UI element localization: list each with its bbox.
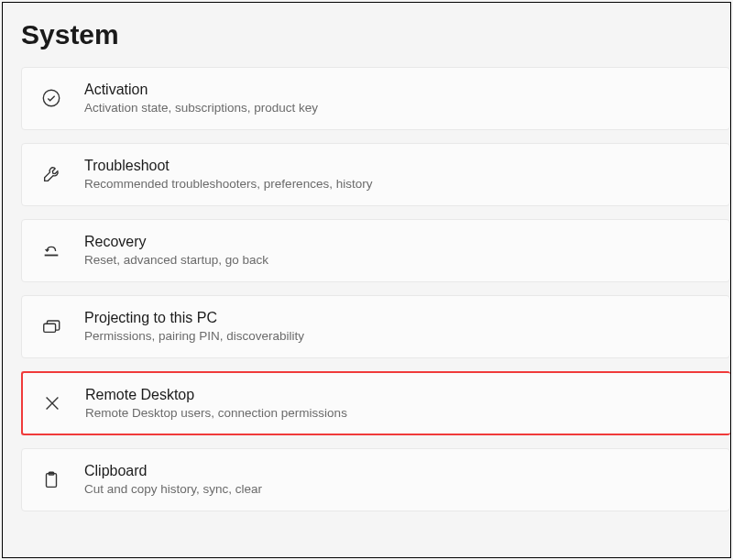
item-title: Recovery	[84, 233, 268, 251]
svg-rect-2	[47, 473, 57, 487]
recovery-icon	[38, 240, 64, 260]
item-title: Clipboard	[84, 462, 262, 480]
remote-desktop-icon	[39, 393, 65, 413]
settings-list: Activation Activation state, subscriptio…	[3, 67, 730, 511]
settings-item-projecting[interactable]: Projecting to this PC Permissions, pairi…	[21, 295, 730, 358]
item-subtitle: Activation state, subscriptions, product…	[84, 101, 318, 116]
item-title: Activation	[84, 81, 318, 99]
item-title: Projecting to this PC	[84, 309, 304, 327]
settings-item-troubleshoot[interactable]: Troubleshoot Recommended troubleshooters…	[21, 143, 730, 206]
wrench-icon	[38, 164, 64, 184]
item-title: Remote Desktop	[85, 386, 347, 404]
settings-item-activation[interactable]: Activation Activation state, subscriptio…	[21, 67, 730, 130]
item-subtitle: Permissions, pairing PIN, discoverabilit…	[84, 329, 304, 345]
check-circle-icon	[38, 88, 64, 108]
item-subtitle: Cut and copy history, sync, clear	[84, 482, 262, 498]
svg-rect-1	[44, 324, 56, 332]
settings-item-recovery[interactable]: Recovery Reset, advanced startup, go bac…	[21, 219, 730, 282]
item-subtitle: Reset, advanced startup, go back	[84, 253, 268, 269]
page-title: System	[3, 3, 730, 67]
svg-point-0	[43, 91, 59, 106]
projecting-icon	[38, 316, 64, 336]
clipboard-icon	[38, 470, 64, 490]
item-title: Troubleshoot	[84, 157, 372, 175]
settings-item-remote-desktop[interactable]: Remote Desktop Remote Desktop users, con…	[21, 371, 730, 436]
item-subtitle: Remote Desktop users, connection permiss…	[85, 406, 347, 422]
settings-item-clipboard[interactable]: Clipboard Cut and copy history, sync, cl…	[21, 448, 730, 511]
item-subtitle: Recommended troubleshooters, preferences…	[84, 177, 372, 192]
